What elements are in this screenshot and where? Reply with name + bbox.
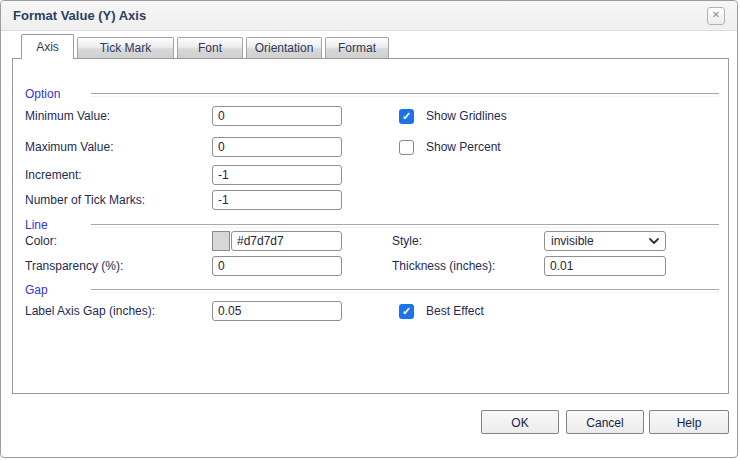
- section-heading-option: Option: [25, 87, 60, 101]
- tab-bar: Axis Tick Mark Font Orientation Format: [21, 34, 389, 58]
- transparency-label: Transparency (%):: [25, 256, 123, 276]
- tab-orientation[interactable]: Orientation: [246, 37, 322, 58]
- page-title: Format Value (Y) Axis: [13, 8, 146, 23]
- chevron-down-icon: [649, 238, 659, 244]
- label-axis-gap-label: Label Axis Gap (inches):: [25, 301, 155, 321]
- close-icon[interactable]: ✕: [707, 7, 725, 25]
- show-gridlines-label[interactable]: Show Gridlines: [426, 109, 507, 124]
- increment-input[interactable]: [212, 165, 342, 185]
- format-value-y-axis-dialog: Format Value (Y) Axis ✕ Axis Tick Mark F…: [0, 0, 738, 458]
- section-rule-gap: [91, 289, 719, 293]
- style-select-value: invisible: [551, 234, 594, 248]
- section-heading-line: Line: [25, 218, 48, 232]
- show-percent-label[interactable]: Show Percent: [426, 140, 501, 155]
- style-label: Style:: [392, 231, 422, 251]
- show-gridlines-checkbox[interactable]: [399, 109, 414, 124]
- number-of-tick-marks-label: Number of Tick Marks:: [25, 190, 145, 210]
- minimum-value-input[interactable]: [212, 106, 342, 126]
- label-axis-gap-input[interactable]: [212, 301, 342, 321]
- ok-button[interactable]: OK: [481, 410, 559, 434]
- tab-tick-mark-label: Tick Mark: [100, 41, 152, 55]
- style-select[interactable]: invisible: [544, 231, 666, 251]
- increment-label: Increment:: [25, 165, 82, 185]
- tab-format-label: Format: [338, 41, 376, 55]
- tab-orientation-label: Orientation: [255, 41, 314, 55]
- maximum-value-label: Maximum Value:: [25, 137, 113, 157]
- best-effect-checkbox[interactable]: [399, 304, 414, 319]
- show-percent-checkbox[interactable]: [399, 140, 414, 155]
- tab-tick-mark[interactable]: Tick Mark: [77, 37, 174, 58]
- tab-format[interactable]: Format: [325, 37, 389, 58]
- thickness-label: Thickness (inches):: [392, 256, 495, 276]
- tab-font-label: Font: [198, 41, 222, 55]
- tab-font[interactable]: Font: [177, 37, 243, 58]
- tab-axis[interactable]: Axis: [21, 34, 74, 59]
- minimum-value-label: Minimum Value:: [25, 106, 110, 126]
- section-heading-gap: Gap: [25, 283, 48, 297]
- thickness-input[interactable]: [544, 256, 666, 276]
- cancel-button[interactable]: Cancel: [566, 410, 644, 434]
- tab-axis-label: Axis: [36, 40, 59, 54]
- title-bar: Format Value (Y) Axis ✕: [1, 1, 737, 31]
- section-rule-line: [91, 224, 719, 228]
- best-effect-label[interactable]: Best Effect: [426, 304, 484, 319]
- content-panel: Option Minimum Value: Show Gridlines Max…: [12, 58, 729, 394]
- color-input[interactable]: [231, 231, 342, 251]
- help-button[interactable]: Help: [649, 410, 729, 434]
- transparency-input[interactable]: [212, 256, 342, 276]
- section-rule-option: [91, 93, 719, 97]
- number-of-tick-marks-input[interactable]: [212, 190, 342, 210]
- color-label: Color:: [25, 231, 57, 251]
- color-swatch[interactable]: [212, 231, 230, 251]
- maximum-value-input[interactable]: [212, 137, 342, 157]
